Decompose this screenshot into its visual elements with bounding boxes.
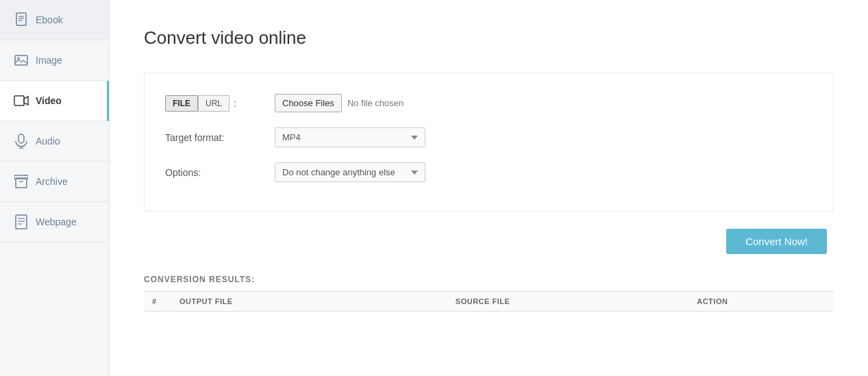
sidebar: Ebook Image Video <box>0 0 110 376</box>
col-header-number: # <box>144 292 171 312</box>
svg-rect-11 <box>14 175 28 179</box>
results-section: CONVERSION RESULTS: # OUTPUT FILE SOURCE… <box>144 275 834 312</box>
svg-rect-0 <box>16 13 26 25</box>
target-format-row: Target format: MP4 <box>165 127 813 147</box>
main-content: Convert video online FILE URL : Choose F… <box>110 0 868 376</box>
sidebar-item-webpage[interactable]: Webpage <box>0 202 109 242</box>
convert-button-row: Convert Now! <box>144 229 834 254</box>
sidebar-item-label: Archive <box>36 176 68 187</box>
file-input-container: Choose Files No file chosen <box>275 94 404 112</box>
page-title: Convert video online <box>144 27 834 49</box>
no-file-label: No file chosen <box>347 98 404 108</box>
sidebar-item-label: Video <box>36 95 62 106</box>
sidebar-item-image[interactable]: Image <box>0 40 109 81</box>
file-input-label: FILE URL : <box>165 95 275 112</box>
sidebar-item-ebook[interactable]: Ebook <box>0 0 109 40</box>
image-icon <box>14 53 29 68</box>
svg-rect-6 <box>14 96 24 105</box>
sidebar-item-label: Ebook <box>36 14 63 25</box>
file-toggle-button[interactable]: FILE <box>165 95 198 112</box>
svg-rect-7 <box>18 134 24 143</box>
sidebar-item-label: Audio <box>36 136 60 147</box>
sidebar-item-archive[interactable]: Archive <box>0 162 109 202</box>
options-label: Options: <box>165 167 275 178</box>
convert-now-button[interactable]: Convert Now! <box>726 229 827 254</box>
results-title: CONVERSION RESULTS: <box>144 275 834 284</box>
audio-icon <box>14 134 29 149</box>
sidebar-item-label: Webpage <box>36 216 77 227</box>
url-toggle-button[interactable]: URL <box>198 95 230 112</box>
col-header-action: ACTION <box>689 292 834 312</box>
webpage-icon <box>14 214 29 229</box>
col-header-output-file: OUTPUT FILE <box>171 292 447 312</box>
options-select[interactable]: Do not change anything else <box>275 162 425 182</box>
sidebar-item-label: Image <box>36 55 62 66</box>
ebook-icon <box>14 12 29 27</box>
svg-rect-4 <box>15 55 27 65</box>
col-header-source-file: SOURCE FILE <box>447 292 689 312</box>
options-row: Options: Do not change anything else <box>165 162 813 182</box>
toggle-separator: : <box>234 98 236 109</box>
video-icon <box>14 93 29 108</box>
target-format-label: Target format: <box>165 132 275 143</box>
svg-rect-13 <box>16 215 27 229</box>
form-section: FILE URL : Choose Files No file chosen T… <box>144 73 834 212</box>
sidebar-item-audio[interactable]: Audio <box>0 121 109 162</box>
file-url-toggle: FILE URL : <box>165 95 269 112</box>
choose-files-button[interactable]: Choose Files <box>275 94 342 112</box>
target-format-select[interactable]: MP4 <box>275 127 425 147</box>
file-input-row: FILE URL : Choose Files No file chosen <box>165 94 813 112</box>
results-table: # OUTPUT FILE SOURCE FILE ACTION <box>144 291 834 312</box>
archive-icon <box>14 174 29 189</box>
sidebar-item-video[interactable]: Video <box>0 81 109 121</box>
svg-rect-10 <box>16 178 27 188</box>
